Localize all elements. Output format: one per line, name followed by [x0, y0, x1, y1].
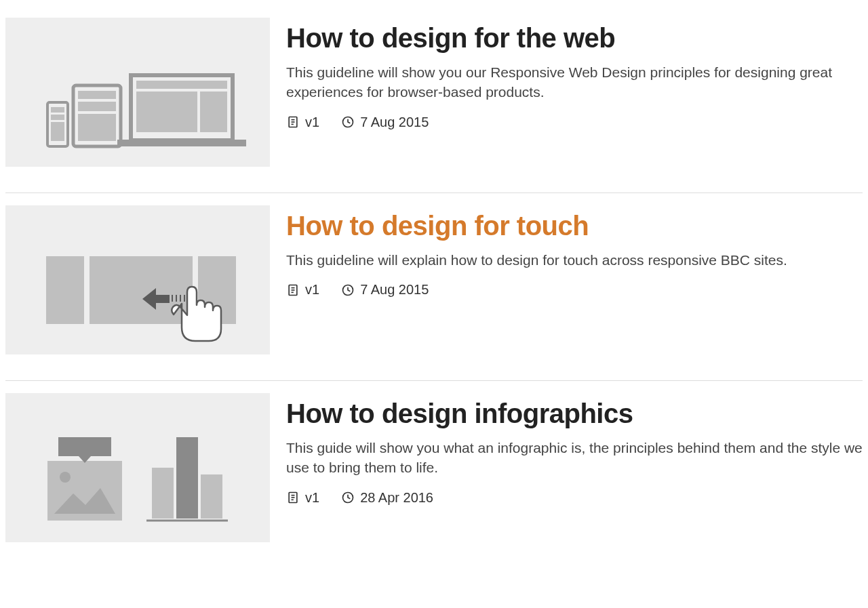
document-icon: [286, 115, 300, 129]
article-description: This guideline will explain how to desig…: [286, 250, 863, 270]
svg-rect-10: [51, 107, 64, 113]
clock-icon: [341, 115, 355, 129]
svg-point-39: [60, 472, 71, 483]
article-title[interactable]: How to design infographics: [286, 399, 863, 428]
svg-rect-6: [78, 91, 116, 99]
document-icon: [286, 283, 300, 297]
version-meta: v1: [286, 282, 319, 298]
article-body: How to design infographics This guide wi…: [286, 393, 863, 542]
infographic-icon: [5, 393, 270, 542]
svg-rect-3: [136, 92, 197, 132]
svg-rect-33: [152, 468, 174, 519]
document-icon: [286, 491, 300, 504]
version-meta: v1: [286, 490, 319, 506]
version-label: v1: [305, 282, 319, 298]
article-meta: v1 28 Apr 2016: [286, 490, 863, 506]
article-item: How to design infographics This guide wi…: [5, 380, 863, 568]
clock-icon: [341, 283, 355, 297]
article-list: How to design for the web This guideline…: [5, 5, 863, 568]
article-title[interactable]: How to design for the web: [286, 23, 863, 53]
article-body: How to design for the web This guideline…: [286, 18, 863, 167]
article-meta: v1 7 Aug 2015: [286, 115, 863, 130]
svg-rect-8: [78, 114, 116, 141]
svg-rect-7: [78, 102, 116, 111]
svg-rect-18: [46, 256, 84, 324]
date-meta: 7 Aug 2015: [341, 282, 429, 298]
date-meta: 7 Aug 2015: [341, 115, 429, 130]
svg-rect-34: [176, 437, 198, 519]
svg-rect-2: [136, 81, 227, 89]
version-label: v1: [305, 490, 319, 506]
article-meta: v1 7 Aug 2015: [286, 282, 863, 298]
article-item: How to design for touch This guideline w…: [5, 192, 863, 380]
version-meta: v1: [286, 115, 319, 130]
article-title[interactable]: How to design for touch: [286, 211, 863, 241]
clock-icon: [341, 491, 355, 504]
svg-rect-35: [201, 474, 222, 519]
svg-rect-19: [90, 256, 193, 324]
touch-swipe-icon: [5, 205, 270, 354]
version-label: v1: [305, 115, 319, 130]
svg-rect-12: [51, 122, 64, 141]
article-body: How to design for touch This guideline w…: [286, 205, 863, 354]
article-description: This guideline will show you our Respons…: [286, 62, 863, 102]
date-meta: 28 Apr 2016: [341, 490, 433, 506]
devices-icon: [5, 18, 270, 167]
svg-rect-4: [200, 92, 227, 132]
article-description: This guide will show you what an infogra…: [286, 438, 863, 478]
svg-rect-11: [51, 115, 64, 120]
svg-rect-40: [58, 437, 111, 456]
date-label: 28 Apr 2016: [360, 490, 433, 506]
date-label: 7 Aug 2015: [360, 115, 429, 130]
article-item: How to design for the web This guideline…: [5, 5, 863, 192]
date-label: 7 Aug 2015: [360, 282, 429, 298]
